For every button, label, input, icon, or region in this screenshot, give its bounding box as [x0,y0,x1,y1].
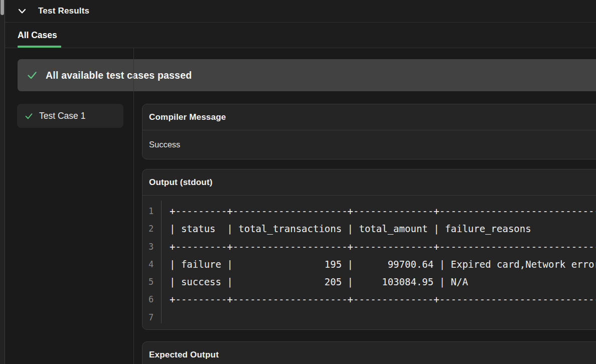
test-results-panel: Test Results All Cases All available tes… [0,0,596,364]
compiler-message-header: Compiler Message [142,104,596,130]
active-tab-indicator [18,46,61,48]
page-title: Test Results [38,0,89,22]
line-number: 6 [142,291,160,308]
sidebar-item-test-case-1[interactable]: Test Case 1 [17,104,123,128]
code-line: 6 +---------+--------------------+------… [142,291,596,308]
stdout-lines: 1 +---------+--------------------+------… [142,203,596,326]
check-icon [26,69,38,81]
chevron-down-icon [16,11,28,19]
left-scrollbar-track[interactable] [0,0,5,364]
compiler-message-value: Success [142,130,596,159]
line-number: 5 [142,273,160,291]
line-number: 1 [142,203,160,220]
stdout-header: Output (stdout) [142,169,596,196]
line-text: | success | 205 | 103084.95 | N/A [170,273,596,291]
code-line: 4 | failure | 195 | 99700.64 | Expired c… [142,256,596,273]
expected-output-panel: Expected Output [142,341,596,364]
code-line: 2 | status | total_transactions | total_… [142,220,596,238]
line-text: +---------+--------------------+--------… [170,291,596,308]
line-number: 2 [142,220,160,238]
code-line: 1 +---------+--------------------+------… [142,203,596,220]
line-text: | failure | 195 | 99700.64 | Expired car… [170,256,596,273]
expected-output-header: Expected Output [142,342,596,364]
line-text: | status | total_transactions | total_am… [170,220,596,238]
banner-message: All available test cases passed [46,70,192,81]
line-number: 3 [142,238,160,256]
stdout-panel: Output (stdout) 1 +---------+-----------… [142,169,596,330]
test-case-label: Test Case 1 [39,111,85,121]
code-line: 3 +---------+--------------------+------… [142,238,596,256]
collapse-panel-button[interactable] [16,5,28,17]
line-number: 4 [142,256,160,273]
check-icon [24,111,34,121]
sidebar-divider [133,48,134,364]
left-scrollbar-thumb[interactable] [1,0,4,15]
all-passed-banner: All available test cases passed [18,59,596,91]
compiler-message-panel: Compiler Message Success [142,104,596,159]
line-text: +---------+--------------------+--------… [170,238,596,256]
results-header-bar: Test Results [5,0,596,23]
code-line: 7 [142,309,596,326]
line-number: 7 [142,309,160,326]
code-line: 5 | success | 205 | 103084.95 | N/A [142,273,596,291]
line-text: +---------+--------------------+--------… [170,203,596,220]
stdout-code-viewer[interactable]: 1 +---------+--------------------+------… [142,196,596,329]
tab-all-cases[interactable]: All Cases [18,23,57,48]
tab-bar: All Cases [5,23,596,48]
